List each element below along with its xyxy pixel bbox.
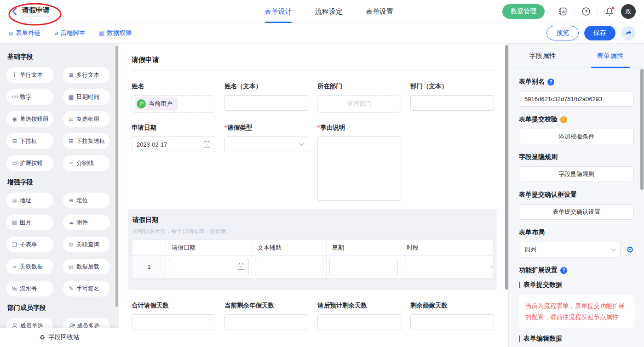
field-item-label: 地址	[20, 197, 31, 205]
remaining-annual-input[interactable]	[224, 314, 308, 330]
tab-form-properties[interactable]: 表单属性	[576, 44, 644, 68]
field-label: 申请日期	[132, 124, 215, 132]
section-basic-fields: 基础字段	[7, 53, 119, 61]
field-item-label: 图片	[20, 219, 31, 227]
week-input[interactable]	[329, 259, 398, 275]
form-canvas[interactable]: 请假申请 姓名 户 当前用户 姓名（文本） 所在部门 选择部门	[119, 44, 508, 347]
divider	[574, 8, 575, 15]
total-days-input[interactable]	[132, 314, 215, 330]
tab-form-design[interactable]: 表单设计	[264, 0, 292, 23]
field-item-single-line-text[interactable]: T单行文本	[6, 67, 53, 83]
field-name[interactable]: 姓名 户 当前用户	[132, 82, 215, 113]
field-item-multi-line-text[interactable]: ≣多行文本	[63, 67, 110, 83]
field-item-datetime[interactable]: ▦日期时间	[63, 89, 110, 105]
form-alias-input[interactable]	[519, 91, 634, 107]
field-remaining-annual[interactable]: 当前剩余年假天数	[224, 301, 308, 330]
leave-dates-subform[interactable]: 请假日期 如需请多天假，每个日期添加一条记录。 请假日期 文本辅助 星期 时段 …	[128, 209, 497, 290]
field-label: 所在部门	[317, 82, 401, 91]
help-circle-icon[interactable]: ?	[560, 267, 567, 274]
panel-scrollbar[interactable]	[640, 69, 644, 190]
field-item-extend-button[interactable]: ▭扩展按钮	[6, 155, 53, 171]
field-item-label: 分割线	[76, 159, 94, 167]
field-recycle-bin[interactable]: ♻ 字段回收站	[0, 328, 119, 347]
period-select[interactable]	[404, 259, 493, 275]
save-button[interactable]: 保存	[584, 26, 615, 40]
field-apply-date[interactable]: 申请日期 2023-02-17 7	[132, 124, 215, 152]
canvas-scrollbar[interactable]	[505, 45, 508, 290]
field-item-label: 子表单	[20, 241, 37, 249]
external-link-icon: ⊘	[8, 30, 13, 37]
column-header-period: 时段	[401, 240, 493, 256]
field-item-linked-query[interactable]: ⧉关联查询	[63, 237, 110, 252]
tab-form-setting[interactable]: 表单设置	[366, 0, 393, 23]
field-item-image[interactable]: ▧图片	[6, 215, 53, 230]
layout-select[interactable]: 四列	[519, 242, 621, 257]
field-department-text[interactable]: 部门（文本）	[410, 82, 494, 111]
field-predicted-remaining[interactable]: 请后预计剩余天数	[317, 301, 401, 330]
field-name-text[interactable]: 姓名（文本）	[224, 82, 308, 111]
field-item-attachment[interactable]: ☁附件	[63, 215, 110, 230]
predicted-remaining-input[interactable]	[317, 314, 401, 330]
share-button[interactable]	[621, 26, 636, 40]
data-permission-link[interactable]: ▥ 数据权限	[99, 29, 132, 37]
field-item-signature[interactable]: ✎手写签名	[63, 281, 110, 296]
gear-icon[interactable]: ⚙	[626, 245, 634, 254]
leave-date-input[interactable]: 7	[169, 259, 249, 275]
multi-select-icon: ⊞	[68, 138, 74, 144]
divider	[551, 8, 551, 15]
notification-bell-icon[interactable]	[604, 6, 615, 17]
calendar-icon: 7	[238, 264, 244, 270]
field-item-checkbox-group[interactable]: ☑复选框组	[63, 111, 110, 127]
signature-icon: ✎	[68, 285, 74, 292]
text-assist-input[interactable]	[255, 259, 323, 275]
preview-button[interactable]: 预览	[546, 26, 579, 40]
form-external-link[interactable]: ⊘ 表单外链	[8, 29, 40, 37]
field-visibility-button[interactable]: 字段显隐规则	[519, 166, 634, 182]
leave-type-select[interactable]	[224, 137, 308, 152]
field-reason[interactable]: *事由说明	[317, 124, 401, 201]
field-item-number[interactable]: 123数字	[6, 89, 53, 105]
tab-flow-setting[interactable]: 流程设定	[315, 0, 343, 23]
field-item-address[interactable]: ◎地址	[6, 193, 53, 208]
field-item-multi-select[interactable]: ⊞下拉复选框	[63, 133, 110, 149]
field-item-linked-data[interactable]: ∞关联数据	[6, 259, 53, 274]
contacts-icon[interactable]: A	[557, 6, 568, 17]
field-label: 请后预计剩余天数	[317, 301, 401, 310]
field-item-data-load[interactable]: ▤数据加载	[63, 259, 110, 274]
required-asterisk: *	[224, 124, 227, 131]
back-nav[interactable]: 请假申请	[8, 4, 52, 18]
remaining-marriage-input[interactable]	[410, 314, 494, 330]
name-text-input[interactable]	[224, 95, 308, 111]
apply-date-input[interactable]: 2023-02-17 7	[132, 137, 215, 152]
field-department[interactable]: 所在部门 选择部门	[317, 82, 401, 113]
user-avatar[interactable]: 政	[621, 4, 636, 19]
reason-textarea[interactable]	[317, 137, 401, 201]
field-label: 合计请假天数	[132, 301, 215, 310]
field-item-radio-group[interactable]: ◉单选按钮组	[6, 111, 53, 127]
department-text-input[interactable]	[410, 95, 494, 111]
department-picker[interactable]: 选择部门	[317, 95, 401, 113]
field-item-serial-number[interactable]: №流水号	[6, 281, 53, 296]
add-validation-button[interactable]: 添加校验条件	[519, 129, 634, 144]
field-item-select[interactable]: ⊟下拉框	[6, 133, 53, 149]
form-title[interactable]: 请假申请	[132, 56, 494, 64]
field-total-days[interactable]: 合计请假天数	[132, 301, 215, 330]
tab-field-properties[interactable]: 字段属性	[509, 44, 576, 68]
help-circle-icon[interactable]: ?	[547, 79, 554, 85]
sidebar-scrollbar[interactable]	[115, 46, 118, 307]
multi-line-text-icon: ≣	[68, 72, 74, 78]
field-item-subform[interactable]: ❏子表单	[6, 237, 53, 252]
current-user-tag[interactable]: 户 当前用户	[135, 97, 178, 110]
field-item-divider-line[interactable]: ≂分割线	[63, 155, 110, 171]
field-label: *请假类型	[224, 124, 308, 132]
help-icon[interactable]: ?	[581, 6, 592, 17]
data-manage-button[interactable]: 数据管理	[502, 4, 545, 19]
backend-script-link[interactable]: ⧄ 后端脚本	[54, 29, 85, 37]
field-remaining-marriage[interactable]: 剩余婚嫁天数	[410, 301, 494, 330]
field-leave-type[interactable]: *请假类型	[224, 124, 308, 152]
name-field-control[interactable]: 户 当前用户	[132, 95, 215, 113]
subform-hint: 如需请多天假，每个日期添加一条记录。	[132, 228, 493, 235]
field-item-label: 复选框组	[76, 115, 99, 123]
field-item-location[interactable]: ⊕定位	[63, 193, 110, 208]
submit-confirm-button[interactable]: 表单提交确认设置	[519, 204, 634, 220]
